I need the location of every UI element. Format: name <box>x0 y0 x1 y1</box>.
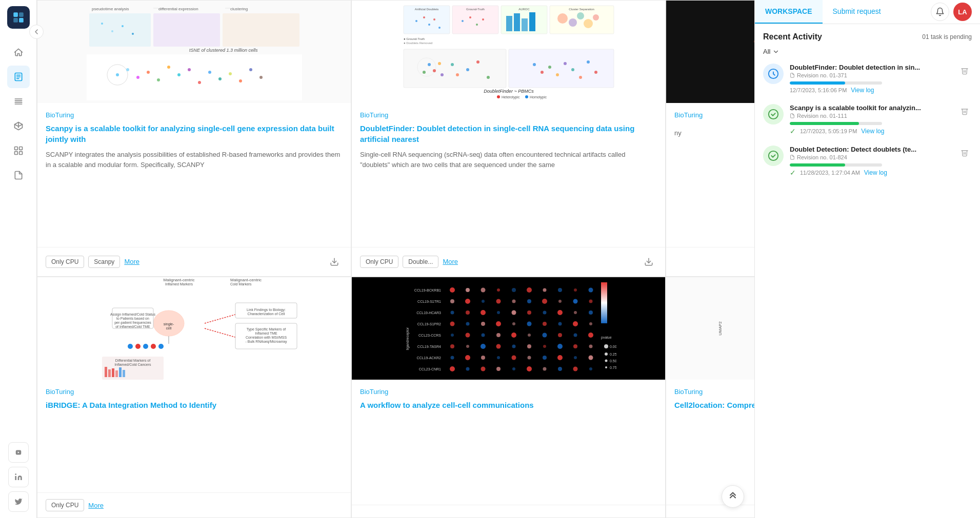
svg-point-34 <box>198 81 201 84</box>
view-log-link-3[interactable]: View log <box>864 169 887 176</box>
svg-text:differential expression: differential expression <box>158 7 198 11</box>
svg-point-95 <box>579 76 582 79</box>
svg-point-234 <box>543 356 547 360</box>
card-workflow-brand: BioTuring <box>360 388 657 396</box>
svg-point-212 <box>511 333 516 338</box>
svg-rect-2 <box>13 18 18 23</box>
card-doubletfinder-brand: BioTuring <box>360 111 657 119</box>
svg-point-181 <box>496 299 501 303</box>
svg-text:per-patient frequencies: per-patient frequencies <box>114 321 151 325</box>
svg-point-215 <box>558 333 562 337</box>
card-doubletfinder-download-button[interactable] <box>641 254 657 270</box>
svg-point-87 <box>476 60 479 64</box>
card-workflow-body: BioTuring A workflow to analyze cell-cel… <box>352 380 665 505</box>
svg-point-175 <box>558 288 562 292</box>
svg-point-39 <box>249 68 252 71</box>
sidebar-youtube-button[interactable] <box>8 442 29 463</box>
panel-header: WORKSPACE Submit request LA <box>755 0 980 24</box>
view-log-link-1[interactable]: View log <box>851 87 874 94</box>
card-ibridge-body: BioTuring iBRIDGE: A Data Integration Me… <box>37 380 351 493</box>
svg-point-58 <box>428 24 430 26</box>
svg-point-190 <box>481 310 486 315</box>
svg-text:CCL23-CNR1: CCL23-CNR1 <box>418 367 441 371</box>
sidebar <box>0 0 37 518</box>
svg-text:Type Specific Markers of: Type Specific Markers of <box>246 327 286 331</box>
svg-text:CCL23-CCRS: CCL23-CCRS <box>418 334 441 337</box>
svg-text:Differential Markers of: Differential Markers of <box>115 359 150 362</box>
svg-point-221 <box>496 344 501 348</box>
card-doubletfinder-tag-cpu: Only CPU <box>360 256 398 268</box>
sidebar-item-cube[interactable] <box>7 115 30 137</box>
svg-point-233 <box>527 356 531 359</box>
svg-text:Ground-Truth: Ground-Truth <box>466 8 485 11</box>
svg-point-22 <box>132 33 134 35</box>
card-workflow-footer <box>352 505 665 517</box>
notification-button[interactable] <box>931 3 949 21</box>
svg-text:Heterotypic: Heterotypic <box>502 95 520 99</box>
svg-point-128 <box>143 344 148 349</box>
svg-point-88 <box>487 76 490 79</box>
svg-point-168 <box>450 287 455 293</box>
svg-text:pvalue: pvalue <box>601 336 612 340</box>
svg-point-85 <box>456 73 459 76</box>
svg-text:Malignant-centric: Malignant-centric <box>163 278 194 282</box>
svg-rect-0 <box>13 12 18 17</box>
card-scanpy-more-link[interactable]: More <box>124 258 139 265</box>
svg-rect-5 <box>14 147 17 150</box>
svg-point-172 <box>512 288 516 292</box>
svg-point-86 <box>466 68 469 71</box>
activity-date-2: 12/7/2023, 5:05:19 PM <box>800 128 857 134</box>
svg-point-166 <box>605 366 607 368</box>
svg-point-222 <box>512 344 515 348</box>
svg-point-19 <box>101 23 103 25</box>
svg-point-70 <box>569 18 577 27</box>
sidebar-toggle-button[interactable] <box>29 25 44 39</box>
svg-point-84 <box>451 63 454 66</box>
svg-point-183 <box>527 299 531 303</box>
sidebar-item-list[interactable] <box>7 90 30 113</box>
activity-item-2: Scanpy is a scalable toolkit for analyzi… <box>763 104 972 135</box>
delete-activity-2-button[interactable] <box>957 104 972 118</box>
svg-point-96 <box>587 60 590 64</box>
svg-point-80 <box>433 69 436 72</box>
activity-meta-2: ✓ 12/7/2023, 5:05:19 PM View log <box>790 127 951 135</box>
svg-point-176 <box>574 288 577 292</box>
svg-rect-7 <box>14 152 17 155</box>
sidebar-item-file[interactable] <box>7 164 30 187</box>
card-ibridge-footer: Only CPU More <box>37 492 351 517</box>
svg-text:CCL19-S1TR1: CCL19-S1TR1 <box>417 300 441 303</box>
sidebar-item-home[interactable] <box>7 41 30 64</box>
delete-activity-3-button[interactable] <box>957 146 972 160</box>
svg-point-204 <box>543 322 547 326</box>
svg-point-30 <box>157 78 160 81</box>
panel-tab-submit[interactable]: Submit request <box>823 0 891 24</box>
svg-point-33 <box>188 68 191 71</box>
svg-text:to Patients based on: to Patients based on <box>116 317 149 320</box>
svg-point-189 <box>466 310 470 315</box>
card-ibridge-more-link[interactable]: More <box>88 502 104 509</box>
svg-point-224 <box>543 345 546 348</box>
card-scanpy-download-button[interactable] <box>326 254 343 270</box>
svg-rect-16 <box>89 13 151 47</box>
activity-filter-select[interactable]: All <box>763 48 779 55</box>
user-avatar[interactable]: LA <box>953 3 972 21</box>
view-log-link-2[interactable]: View log <box>861 128 884 135</box>
svg-point-192 <box>511 310 516 315</box>
sidebar-twitter-button[interactable] <box>8 491 29 512</box>
panel-tab-workspace[interactable]: WORKSPACE <box>755 0 823 24</box>
svg-text:Inflamed TME: Inflamed TME <box>255 331 277 335</box>
sidebar-item-apps[interactable] <box>7 139 30 162</box>
delete-activity-1-button[interactable] <box>957 64 972 78</box>
sidebar-item-documents[interactable] <box>7 66 30 88</box>
card-doubletfinder-more-link[interactable]: More <box>443 258 458 265</box>
svg-point-236 <box>574 356 577 359</box>
sidebar-linkedin-button[interactable] <box>8 467 29 487</box>
svg-point-21 <box>122 25 124 27</box>
svg-point-46 <box>525 95 528 98</box>
sidebar-logo[interactable] <box>7 6 30 29</box>
svg-point-129 <box>151 344 156 349</box>
scroll-up-button[interactable] <box>722 485 744 508</box>
svg-point-194 <box>543 310 546 314</box>
svg-point-226 <box>573 344 577 348</box>
svg-rect-1 <box>19 12 24 17</box>
